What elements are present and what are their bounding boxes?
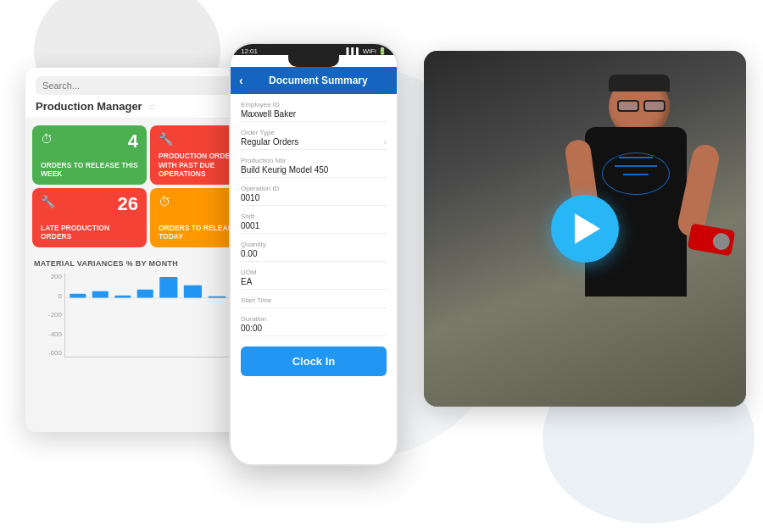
chevron-right-icon: › <box>384 137 387 147</box>
phone-header-title: Document Summary <box>248 75 388 86</box>
phone-label-prod-nbr: Production Nbr <box>241 157 387 164</box>
phone-field-duration: Duration 00:00 <box>241 315 387 336</box>
phone-value-quantity: 0.00 <box>241 249 387 262</box>
kpi-card-orders-release-week[interactable]: ⏱ 4 ORDERS TO RELEASE THIS WEEK <box>32 125 147 185</box>
phone-value-shift: 0001 <box>241 221 387 234</box>
drill-chuck <box>711 231 731 251</box>
chart-y-neg400: -400 <box>34 330 62 338</box>
phone-back-button[interactable]: ‹ <box>239 74 243 87</box>
worker-glasses <box>617 100 666 112</box>
kpi-card-late-orders[interactable]: 🔧 26 LATE PRODUCTION ORDERS <box>32 188 147 247</box>
phone-signal: ▌▌▌ WiFi 🔋 <box>347 47 387 55</box>
phone-body: Employee ID Maxwell Baker Order Type Reg… <box>231 94 397 383</box>
phone-field-production-nbr: Production Nbr Build Keurig Model 450 <box>241 157 387 178</box>
phone-field-start-time: Start Time <box>241 296 387 308</box>
kpi-number-3: 26 <box>118 195 138 213</box>
shirt-line-2 <box>615 165 657 167</box>
shirt-line-3 <box>623 174 649 175</box>
phone-value-employee: Maxwell Baker <box>241 109 387 122</box>
phone-app-header: ‹ Document Summary <box>231 67 397 94</box>
worker-cap <box>609 75 670 91</box>
phone-outer: 12:01 ▌▌▌ WiFi 🔋 ‹ Document Summary Empl… <box>229 42 398 466</box>
drill-tool <box>688 224 735 257</box>
kpi-icon-wrench-2: 🔧 <box>41 195 55 208</box>
video-background <box>424 51 746 407</box>
phone-value-start-time <box>241 305 387 308</box>
play-icon <box>575 213 600 244</box>
svg-rect-0 <box>70 294 86 298</box>
svg-rect-6 <box>208 296 226 298</box>
kpi-label-3: LATE PRODUCTION ORDERS <box>41 224 138 241</box>
worker-figure <box>509 68 746 407</box>
phone-label-order-type: Order Type <box>241 129 387 136</box>
svg-rect-1 <box>92 291 109 298</box>
chart-y-neg600: -600 <box>34 349 62 357</box>
phone-notch <box>288 55 339 67</box>
glasses-lens-left <box>617 100 639 112</box>
video-panel[interactable] <box>424 51 746 407</box>
phone-field-shift: Shift 0001 <box>241 213 387 234</box>
phone-label-duration: Duration <box>241 315 387 323</box>
dashboard-title: Production Manager <box>36 100 142 113</box>
dashboard-title-row: Production Manager ☆ <box>36 100 261 113</box>
kpi-icon-clock-2: ⏱ <box>159 195 170 208</box>
svg-rect-4 <box>159 277 177 298</box>
phone-field-employee-id: Employee ID Maxwell Baker <box>241 101 387 122</box>
phone-field-quantity: Quantity 0.00 <box>241 241 387 262</box>
phone-label-uom: UOM <box>241 269 387 276</box>
chart-y-neg200: -200 <box>34 311 62 319</box>
kpi-icon-clock: ⏱ <box>41 132 53 146</box>
chart-y-200: 200 <box>34 273 62 280</box>
phone-label-operation-id: Operation ID <box>241 185 387 192</box>
kpi-icon-wrench-1: 🔧 <box>159 132 173 146</box>
phone-label-shift: Shift <box>241 213 387 220</box>
kpi-label-1: ORDERS TO RELEASE THIS WEEK <box>41 161 138 178</box>
phone-panel: 12:01 ▌▌▌ WiFi 🔋 ‹ Document Summary Empl… <box>229 42 398 466</box>
phone-value-prod-nbr: Build Keurig Model 450 <box>241 165 387 178</box>
shirt-line-1 <box>619 157 653 158</box>
phone-value-operation-id: 0010 <box>241 193 387 206</box>
phone-label-quantity: Quantity <box>241 241 387 248</box>
phone-label-employee: Employee ID <box>241 101 387 108</box>
svg-rect-3 <box>137 290 153 298</box>
star-icon[interactable]: ☆ <box>148 101 157 113</box>
svg-rect-2 <box>114 296 131 298</box>
chart-y-0: 0 <box>34 292 62 300</box>
phone-value-uom: EA <box>241 277 387 290</box>
svg-rect-5 <box>184 285 202 298</box>
search-bar[interactable]: 🔍 <box>36 76 261 95</box>
kpi-number-1: 4 <box>128 132 138 151</box>
glasses-lens-right <box>643 100 666 112</box>
phone-value-duration: 00:00 <box>241 324 387 336</box>
clock-in-button[interactable]: Clock In <box>241 346 387 376</box>
phone-status-bar: 12:01 ▌▌▌ WiFi 🔋 <box>231 44 397 55</box>
phone-time: 12:01 <box>241 47 258 55</box>
phone-field-order-type[interactable]: Order Type Regular Orders › <box>241 129 387 150</box>
search-input[interactable] <box>42 80 242 91</box>
play-button[interactable] <box>551 195 619 263</box>
phone-field-uom: UOM EA <box>241 269 387 290</box>
phone-value-order-type[interactable]: Regular Orders › <box>241 137 387 150</box>
phone-field-operation-id: Operation ID 0010 <box>241 185 387 206</box>
phone-label-start-time: Start Time <box>241 296 387 304</box>
